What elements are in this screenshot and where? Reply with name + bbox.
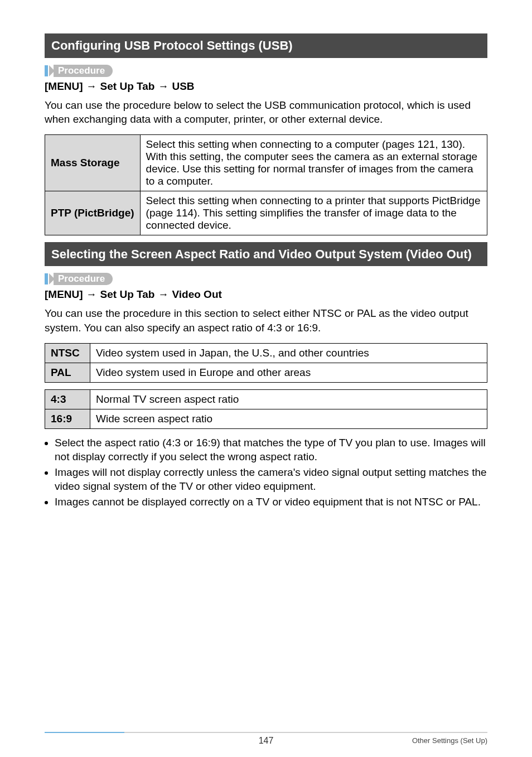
path-seg: Video Out: [172, 288, 221, 301]
page-number: 147: [45, 736, 487, 746]
path-seg: [MENU]: [45, 80, 83, 93]
list-item: Images will not display correctly unless…: [55, 465, 487, 494]
footer-rule: [45, 732, 487, 733]
cell-head: PTP (PictBridge): [45, 191, 141, 235]
cell-head: 16:9: [45, 409, 90, 428]
page-footer: 147 Other Settings (Set Up): [45, 732, 487, 745]
cell-body: Wide screen aspect ratio: [90, 409, 487, 428]
table-row: 16:9 Wide screen aspect ratio: [45, 409, 487, 428]
cell-body: Normal TV screen aspect ratio: [90, 389, 487, 409]
page: Configuring USB Protocol Settings (USB) …: [0, 0, 532, 757]
cell-head: 4:3: [45, 389, 90, 409]
path-seg: USB: [172, 80, 194, 93]
menu-path-video: [MENU] → Set Up Tab → Video Out: [45, 288, 487, 301]
video-notes-list: Select the aspect ratio (4:3 or 16:9) th…: [45, 436, 487, 509]
table-row: Mass Storage Select this setting when co…: [45, 134, 487, 191]
aspect-ratio-table: 4:3 Normal TV screen aspect ratio 16:9 W…: [45, 389, 487, 429]
cell-body: Video system used in Japan, the U.S., an…: [90, 343, 487, 363]
cell-body: Video system used in Europe and other ar…: [90, 363, 487, 382]
procedure-badge: Procedure: [45, 65, 487, 77]
procedure-label: Procedure: [54, 65, 113, 77]
intro-usb: You can use the procedure below to selec…: [45, 98, 487, 127]
section-heading-usb: Configuring USB Protocol Settings (USB): [45, 33, 487, 58]
list-item: Select the aspect ratio (4:3 or 16:9) th…: [55, 436, 487, 464]
procedure-label: Procedure: [54, 273, 113, 285]
intro-video: You can use the procedure in this sectio…: [45, 306, 487, 335]
cell-head: PAL: [45, 363, 90, 382]
table-row: 4:3 Normal TV screen aspect ratio: [45, 389, 487, 409]
cell-body: Select this setting when connecting to a…: [140, 134, 487, 191]
path-seg: [MENU]: [45, 288, 83, 301]
procedure-badge: Procedure: [45, 273, 487, 285]
menu-path-usb: [MENU] → Set Up Tab → USB: [45, 80, 487, 93]
table-row: NTSC Video system used in Japan, the U.S…: [45, 343, 487, 363]
path-seg: Set Up Tab: [100, 80, 155, 93]
table-row: PAL Video system used in Europe and othe…: [45, 363, 487, 382]
arrow-icon: →: [86, 80, 97, 93]
table-row: PTP (PictBridge) Select this setting whe…: [45, 191, 487, 235]
arrow-icon: →: [158, 288, 168, 301]
arrow-icon: →: [158, 80, 168, 93]
video-system-table: NTSC Video system used in Japan, the U.S…: [45, 343, 487, 383]
usb-settings-table: Mass Storage Select this setting when co…: [45, 134, 487, 235]
section-heading-video: Selecting the Screen Aspect Ratio and Vi…: [45, 242, 487, 267]
procedure-tick: [45, 273, 48, 285]
cell-head: NTSC: [45, 343, 90, 363]
arrow-icon: →: [86, 288, 97, 301]
list-item: Images cannot be displayed correctly on …: [55, 495, 487, 509]
cell-body: Select this setting when connecting to a…: [140, 191, 487, 235]
cell-head: Mass Storage: [45, 134, 141, 191]
path-seg: Set Up Tab: [100, 288, 155, 301]
procedure-tick: [45, 65, 48, 76]
